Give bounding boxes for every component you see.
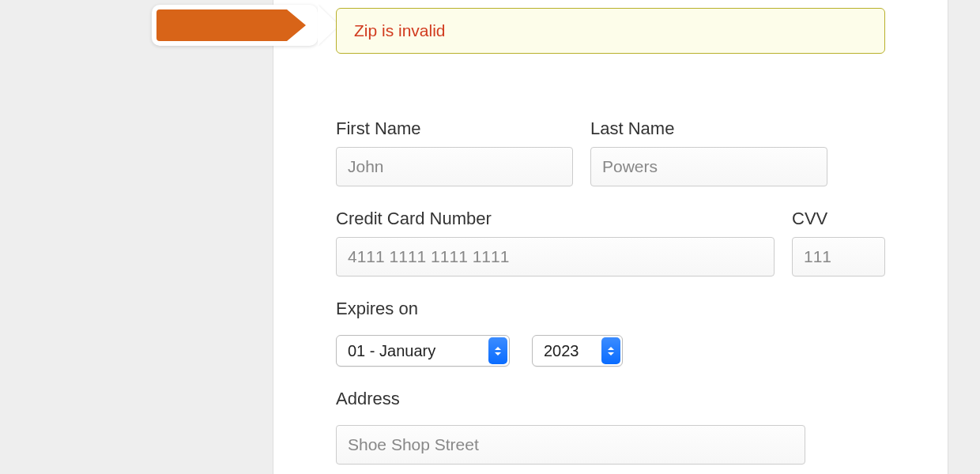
- expiry-month-value: 01 - January: [348, 342, 435, 360]
- card-number-input[interactable]: [336, 237, 775, 276]
- callout-arrow: [152, 5, 318, 46]
- expires-label: Expires on: [336, 299, 885, 319]
- chevron-updown-icon: [601, 337, 620, 364]
- first-name-label: First Name: [336, 118, 573, 139]
- card-number-label: Credit Card Number: [336, 209, 775, 229]
- cvv-label: CVV: [792, 209, 885, 229]
- first-name-input[interactable]: [336, 147, 573, 186]
- expiry-month-select[interactable]: 01 - January: [336, 335, 510, 367]
- expiry-year-value: 2023: [544, 342, 579, 360]
- payment-form: First Name Last Name Credit Card Number …: [336, 118, 885, 474]
- address-label: Address: [336, 389, 885, 409]
- chevron-updown-icon: [488, 337, 507, 364]
- validation-alert-text: Zip is invalid: [354, 21, 446, 40]
- cvv-input[interactable]: [792, 237, 885, 276]
- address-input[interactable]: [336, 425, 805, 465]
- last-name-input[interactable]: [590, 147, 827, 186]
- callout-arrow-fill: [156, 9, 287, 41]
- last-name-label: Last Name: [590, 118, 827, 139]
- expiry-year-select[interactable]: 2023: [532, 335, 623, 367]
- validation-alert: Zip is invalid: [336, 8, 885, 54]
